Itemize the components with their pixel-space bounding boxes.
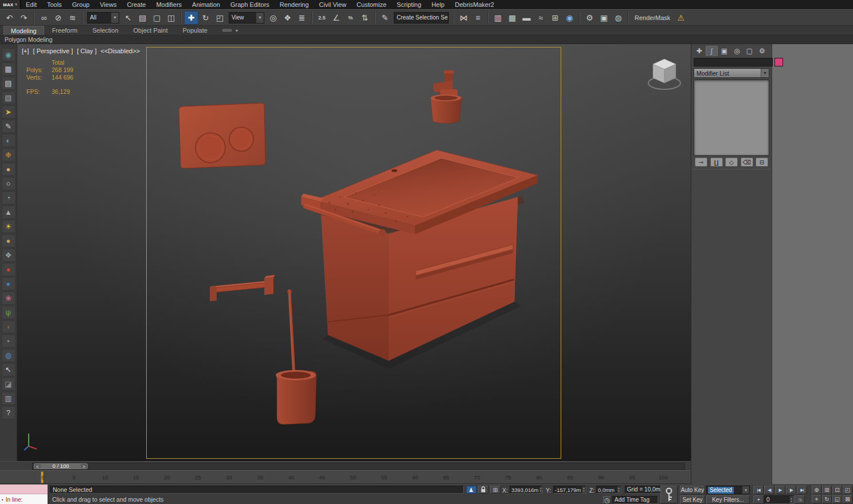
previous-frame-button[interactable]: ◀| [764,486,774,494]
flush-plate-object[interactable] [179,103,265,168]
angle-snap-button[interactable]: ∠ [329,11,343,25]
render-production-button[interactable]: ◍ [611,11,625,25]
add-time-tag-field[interactable]: Add Time Tag [612,496,658,504]
viewport-menu-shading[interactable]: [ Clay ] [77,48,96,54]
snaps-toggle-button[interactable]: 2.5 [315,11,329,25]
menu-item-scripting[interactable]: Scripting [392,0,426,9]
menu-item-views[interactable]: Views [95,0,122,9]
select-and-move-button[interactable]: ✚ [184,11,198,25]
perspective-viewport[interactable]: [+] [ Perspective ] [ Clay ] <<Disabled>… [17,44,691,461]
keyboard-override-button[interactable]: ≣ [295,11,309,25]
selection-lock-button[interactable] [478,486,488,494]
tab-create[interactable]: ✚ [693,46,705,56]
field-of-view-button[interactable]: ◱ [832,495,842,503]
menu-item-modifiers[interactable]: Modifiers [151,0,187,9]
tool-lattice[interactable]: ❖ [2,249,15,262]
menu-item-graph-editors[interactable]: Graph Editors [225,0,275,9]
tool-dark-box[interactable]: ▪ [2,334,15,348]
material-editor-button[interactable]: ◉ [562,11,577,25]
y-coordinate-field[interactable]: -157,179m ▴ ▾ [553,486,586,494]
edit-named-selection-sets-button[interactable]: ✎ [378,11,392,25]
tool-help[interactable]: ? [2,406,15,419]
select-object-button[interactable]: ↖ [121,11,135,25]
toggle-scene-explorer-button[interactable]: ▥ [491,11,505,25]
key-mode-toggle-button[interactable]: ✦ [753,495,764,504]
viewport-menu-view[interactable]: [ Perspective ] [33,48,73,54]
remove-modifier-button[interactable]: ⌫ [741,158,753,167]
previous-key-arrow[interactable]: < [34,464,41,468]
tool-tan-ball[interactable]: ● [2,234,15,247]
tab-display[interactable]: ▢ [744,46,756,56]
pan-button[interactable]: + [812,495,821,503]
tool-cursor[interactable]: ↖ [2,363,15,376]
go-to-start-button[interactable]: |◀ [753,486,764,494]
frame-spinner[interactable]: ▴ ▾ [789,496,793,503]
zoom-region-button[interactable]: ◰ [843,486,852,494]
menu-item-tools[interactable]: Tools [42,0,67,9]
tool-blue-ball[interactable]: ● [2,277,15,290]
toggle-ribbon-button[interactable]: ▬ [519,11,534,25]
ribbon-panel-strip[interactable]: Polygon Modeling [0,36,853,44]
selection-filter-dropdown[interactable]: All▾ [87,12,119,23]
select-by-name-button[interactable]: ▤ [135,11,150,25]
tool-sphere-blue[interactable]: ◐ [2,134,15,147]
time-slider-handle[interactable]: < 0 / 100 > [34,463,88,469]
redo-button[interactable]: ↷ [17,11,31,25]
toilet-brush-object[interactable] [276,290,316,425]
tool-ring[interactable]: ○ [2,177,15,190]
modifier-stack[interactable] [694,80,769,156]
reference-coordinate-dropdown-arrow-icon[interactable]: ▾ [256,13,264,23]
named-selection-sets-dropdown[interactable]: Create Selection Se▾ [394,12,449,23]
menu-item-edit[interactable]: Edit [21,0,42,9]
object-name-input[interactable] [694,58,773,66]
maximize-viewport-button[interactable]: ⊠ [843,495,852,503]
make-unique-button[interactable]: ◇ [725,158,738,167]
show-end-result-button[interactable]: ∐ [710,158,723,167]
tab-utilities[interactable]: ⚙ [756,46,768,56]
menu-item-rendering[interactable]: Rendering [275,0,314,9]
next-frame-button[interactable]: |▶ [786,486,796,494]
zoom-extents-button[interactable]: ⊡ [832,486,842,494]
x-spinner[interactable]: ▴ ▾ [539,486,542,493]
ribbon-tab-populate[interactable]: Populate [175,26,214,35]
play-button[interactable]: ▶ [775,486,785,494]
y-spinner[interactable]: ▴ ▾ [581,486,586,493]
select-and-scale-button[interactable]: ◰ [213,11,227,25]
percent-snap-button[interactable]: % [343,11,358,25]
rendermask-warning-icon[interactable]: ⚠ [674,11,688,25]
x-coordinate-field[interactable]: 3393,016m ▴ ▾ [510,486,543,494]
tool-crates[interactable]: ▥ [2,392,15,405]
window-crossing-button[interactable]: ◫ [164,11,178,25]
viewport-3d-scene[interactable] [146,47,561,459]
isolate-selection-button[interactable]: ♟ [466,486,476,494]
tool-key[interactable]: ➤ [2,105,15,119]
set-keys-button[interactable] [660,486,678,503]
soap-dispenser-object[interactable] [431,70,461,124]
ribbon-minimize-icon[interactable]: ▾ [236,28,238,33]
time-tag-clock-icon[interactable]: ◷ [603,496,611,504]
selection-filter-dropdown-arrow-icon[interactable]: ▾ [111,13,119,23]
macro-recorder-line[interactable] [0,485,48,494]
time-slider-track[interactable]: < 0 / 100 > [32,463,685,470]
menu-item-create[interactable]: Create [122,0,151,9]
render-setup-button[interactable]: ⚙ [582,11,597,25]
ribbon-tab-modeling[interactable]: Modeling [3,26,44,35]
tool-document[interactable]: ▤ [2,77,15,90]
ribbon-tab-object-paint[interactable]: Object Paint [127,26,175,35]
transform-gizmo-toggle-button[interactable]: ⊞ [490,486,500,494]
key-mode-dropdown[interactable]: Selected ▾ [706,486,750,494]
menu-item-civil-view[interactable]: Civil View [314,0,351,9]
tool-clay-ball[interactable]: ● [2,163,15,176]
mirror-button[interactable]: ⋈ [456,11,471,25]
tool-shadow-box[interactable]: ◪ [2,377,15,391]
select-and-man-button[interactable]: ❖ [280,11,295,25]
tool-wood[interactable]: ◖ [2,320,15,333]
listener-line[interactable]: ▪ In line: [0,494,48,504]
menu-item-animation[interactable]: Animation [187,0,225,9]
tab-motion[interactable]: ◎ [731,46,743,56]
schematic-view-button[interactable]: ⊞ [548,11,562,25]
time-configuration-button[interactable]: ◷ [795,495,805,504]
tool-scene-eye[interactable]: ◉ [2,48,15,61]
application-menu-button[interactable]: MAX ▾ [0,0,21,9]
ribbon-tab-freeform[interactable]: Freeform [45,26,85,35]
